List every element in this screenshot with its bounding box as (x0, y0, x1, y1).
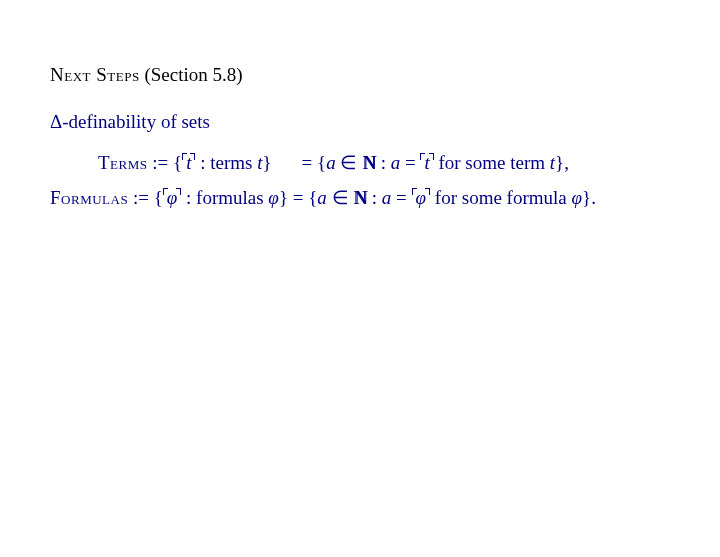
formulas-var2: φ (572, 187, 583, 208)
terms-cond: : (376, 152, 391, 173)
formulas-definition: Formulas := {φ : formulas φ} = {a ∈ N : … (50, 186, 670, 209)
formulas-in: ∈ (327, 187, 354, 208)
slide-heading: Next Steps (Section 5.8) (50, 64, 670, 87)
godel-open-t2: t (420, 152, 433, 174)
terms-a2: a (391, 152, 401, 173)
formulas-a: a (317, 187, 327, 208)
formulas-mid1: : formulas (181, 187, 268, 208)
godel-t2-var: t (424, 152, 429, 173)
godel-open-phi: φ (163, 187, 182, 209)
godel-t-var: t (186, 152, 191, 173)
terms-mid1: : terms (195, 152, 257, 173)
formulas-eq2: = (391, 187, 411, 208)
terms-a: a (326, 152, 336, 173)
formulas-cond: : (367, 187, 382, 208)
godel-open-phi2: φ (412, 187, 431, 209)
terms-eq: = { (302, 152, 327, 173)
naturals-symbol-2: N (353, 187, 367, 209)
terms-eq2: = (400, 152, 420, 173)
formulas-a2: a (382, 187, 392, 208)
godel-open-t: t (182, 152, 195, 174)
delta-symbol: Δ (50, 111, 62, 132)
formulas-tail: for some formula (430, 187, 571, 208)
formulas-close1: } = { (279, 187, 317, 208)
formulas-close2: }. (582, 187, 596, 208)
terms-tail: for some term (434, 152, 550, 173)
formulas-label: Formulas (50, 187, 128, 208)
heading-caption: Next Steps (50, 64, 140, 85)
terms-close2: }, (555, 152, 569, 173)
terms-definition: Terms := {t : terms t}= {a ∈ N : a = t f… (98, 151, 670, 174)
formulas-var1: φ (268, 187, 279, 208)
terms-assign: := { (148, 152, 183, 173)
godel-phi-var: φ (167, 187, 178, 208)
delta-text: -definability of sets (62, 111, 210, 132)
terms-close1: } (262, 152, 271, 173)
godel-phi2-var: φ (416, 187, 427, 208)
formulas-assign: := { (128, 187, 163, 208)
terms-label: Terms (98, 152, 148, 173)
heading-section-ref: (Section 5.8) (140, 64, 243, 85)
terms-in: ∈ (336, 152, 363, 173)
slide-page: Next Steps (Section 5.8) Δ-definability … (0, 0, 720, 209)
delta-definability-line: Δ-definability of sets (50, 111, 670, 133)
naturals-symbol: N (362, 152, 376, 174)
